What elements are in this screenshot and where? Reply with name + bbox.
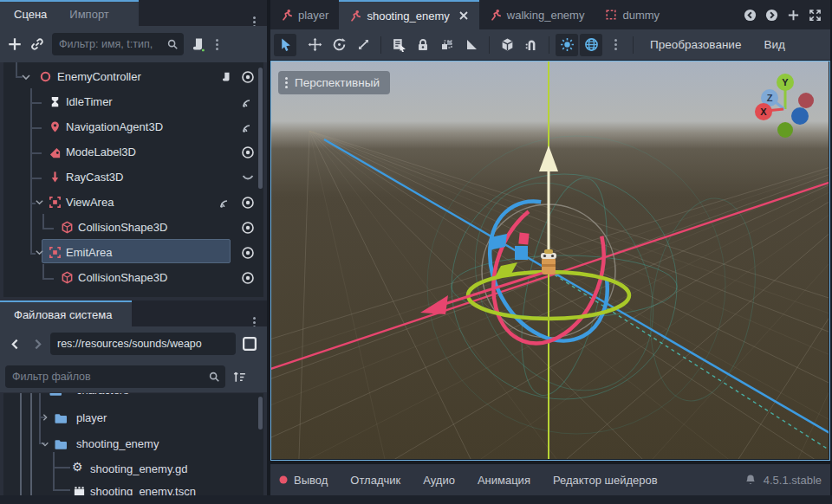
ruler-mode-button[interactable] <box>460 34 483 56</box>
group-icon <box>440 38 454 52</box>
tool-rotate-button[interactable] <box>328 34 350 56</box>
local-space-button[interactable] <box>496 34 518 56</box>
tab-filesystem[interactable]: Файловая система <box>0 300 132 326</box>
tab-filesystem-label: Файловая система <box>14 308 112 321</box>
tab-scene[interactable]: Сцена Импорт <box>0 0 139 26</box>
file-row-shooting-enemy-tscn[interactable]: shooting_enemy.tscn <box>3 479 263 495</box>
tool-list-select-button[interactable] <box>387 34 410 56</box>
expand-chevron-icon[interactable] <box>41 413 49 422</box>
signal-icon[interactable] <box>241 120 255 134</box>
tree-row-idletimer[interactable]: IdleTimer <box>3 89 263 114</box>
scene-tab-player[interactable]: player <box>270 0 339 29</box>
visibility-eye-icon[interactable] <box>241 271 255 285</box>
visibility-eye-icon[interactable] <box>241 246 255 260</box>
tree-row-viewarea[interactable]: ViewArea <box>3 190 263 215</box>
axis-ball-neg-y[interactable] <box>777 122 793 138</box>
tree-row-collisionshape3d-2[interactable]: CollisionShape3D <box>3 265 263 290</box>
add-node-button[interactable] <box>7 36 23 52</box>
node-name: IdleTimer <box>66 95 113 108</box>
axis-ball-neg-x[interactable] <box>798 93 814 108</box>
signal-icon[interactable] <box>241 95 255 109</box>
scene-tree-menu-icon[interactable] <box>216 39 218 50</box>
collapse-chevron-icon[interactable] <box>35 197 44 207</box>
toggle-split-mode-button[interactable] <box>241 335 258 352</box>
panel-animation[interactable]: Анимация <box>478 474 530 487</box>
file-tree: characters player shooting_enemy ⚙ <box>3 393 263 495</box>
node-name: NavigationAgent3D <box>66 120 163 133</box>
visibility-xray-icon[interactable] <box>241 171 255 184</box>
scene-tab-walking-enemy[interactable]: walking_enemy <box>479 0 595 29</box>
view-menu[interactable]: Вид <box>753 38 795 51</box>
area-3d-icon <box>49 196 62 209</box>
instance-scene-button[interactable] <box>29 36 45 52</box>
move-plane-handle-red[interactable] <box>518 233 529 245</box>
file-tree-scrollbar[interactable] <box>258 397 263 430</box>
axis-ball-neg-z[interactable] <box>791 107 809 125</box>
tree-row-enemycontroller[interactable]: EnemyController <box>3 64 263 89</box>
file-filter-input[interactable]: Фильтр файлов <box>5 365 225 388</box>
visibility-eye-icon[interactable] <box>241 145 255 159</box>
history-forward-button[interactable] <box>28 334 47 353</box>
panel-shader-editor[interactable]: Редактор шейдеров <box>553 474 658 487</box>
file-row-player[interactable]: player <box>3 405 263 430</box>
tab-import-label[interactable]: Импорт <box>69 8 108 21</box>
move-plane-handle-blue-2[interactable] <box>515 246 528 260</box>
scene-tab-shooting-enemy[interactable]: shooting_enemy <box>339 0 478 29</box>
tool-select-button[interactable] <box>274 34 296 56</box>
history-back-button[interactable] <box>5 334 24 353</box>
snap-mode-button[interactable] <box>520 34 543 56</box>
tree-row-emitarea[interactable]: EmitArea <box>3 240 263 265</box>
panel-audio[interactable]: Аудио <box>423 474 455 487</box>
filesystem-nav-row: res://resources/sounds/weapo <box>0 326 267 361</box>
collapse-chevron-icon[interactable] <box>41 440 49 449</box>
scene-dock-menu-icon[interactable] <box>253 7 256 28</box>
collapse-chevron-icon[interactable] <box>35 248 44 257</box>
preview-sunlight-toggle[interactable] <box>556 34 578 56</box>
sort-files-button[interactable] <box>232 370 247 384</box>
panel-output[interactable]: Вывод <box>279 474 328 487</box>
attach-script-button[interactable] <box>191 36 207 53</box>
collision-shape-icon <box>61 271 74 284</box>
path-input[interactable]: res://resources/sounds/weapo <box>50 333 236 355</box>
node-name: EnemyController <box>57 70 141 83</box>
lock-selected-button[interactable] <box>412 34 434 56</box>
enemy-character-mesh[interactable] <box>541 249 556 275</box>
viewport-3d[interactable]: Y Z X <box>270 61 830 461</box>
script-icon[interactable] <box>220 71 232 83</box>
notifications-bell-icon[interactable] <box>744 474 757 486</box>
new-scene-tab-button[interactable] <box>787 9 800 22</box>
visibility-eye-icon[interactable] <box>241 221 255 235</box>
scene-tab-dummy[interactable]: dummy <box>595 0 670 29</box>
group-selected-button[interactable] <box>436 34 458 56</box>
panel-debugger[interactable]: Отладчик <box>350 474 400 487</box>
search-icon <box>166 38 179 50</box>
tool-move-button[interactable] <box>303 34 326 56</box>
character-run-icon <box>490 9 502 21</box>
filesystem-panel: Файловая система res://resources/sounds/… <box>0 300 267 495</box>
file-row-shooting-enemy[interactable]: shooting_enemy <box>3 431 263 456</box>
scene-tree-scrollbar[interactable] <box>258 68 263 189</box>
prev-tab-button[interactable] <box>744 9 757 22</box>
tree-row-navigationagent3d[interactable]: NavigationAgent3D <box>3 114 263 139</box>
tree-row-raycast3d[interactable]: RayCast3D <box>3 165 263 190</box>
transform-menu[interactable]: Преобразование <box>640 38 751 51</box>
tree-row-modelabel3d[interactable]: ModeLabel3D <box>3 139 263 165</box>
preview-options-menu-icon[interactable] <box>604 34 627 56</box>
file-row-characters[interactable]: characters <box>3 393 263 402</box>
tool-scale-button[interactable] <box>352 34 374 56</box>
filesystem-menu-icon[interactable] <box>253 307 256 328</box>
tree-row-collisionshape3d[interactable]: CollisionShape3D <box>3 215 263 240</box>
search-icon <box>208 371 220 383</box>
close-tab-icon[interactable] <box>458 10 469 21</box>
projection-menu-button[interactable]: Перспективный <box>278 71 390 94</box>
visibility-eye-icon[interactable] <box>241 196 255 210</box>
signal-icon[interactable] <box>218 196 232 210</box>
visibility-eye-icon[interactable] <box>241 70 255 84</box>
collapse-chevron-icon[interactable] <box>21 72 31 82</box>
next-tab-button[interactable] <box>765 9 778 22</box>
scene-filter-input[interactable]: Фильтр: имя, t:тип, <box>52 33 184 55</box>
expand-distraction-free-button[interactable] <box>809 9 822 22</box>
node-name: RayCast3D <box>66 171 123 184</box>
preview-environment-toggle[interactable] <box>580 34 602 56</box>
file-row-shooting-enemy-gd[interactable]: ⚙ shooting_enemy.gd <box>3 456 263 481</box>
